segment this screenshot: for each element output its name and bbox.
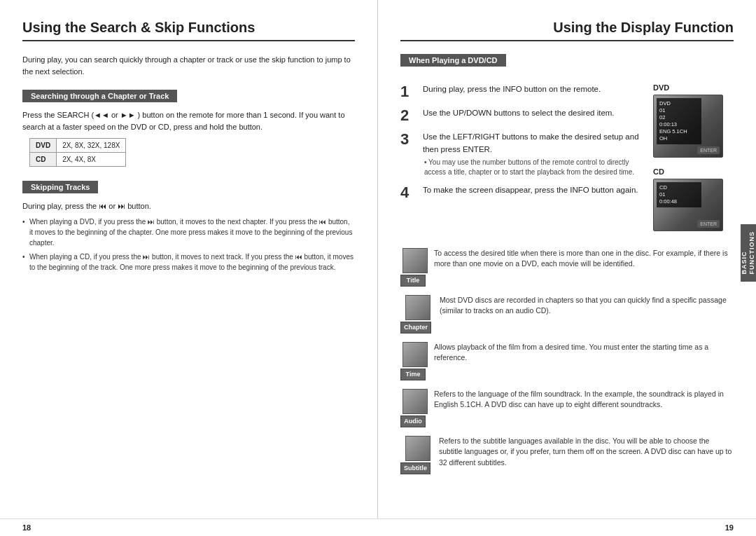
info-badge-audio: Audio (400, 415, 426, 427)
info-item-chapter: Chapter Most DVD discs are recorded in c… (400, 295, 734, 334)
cd-enter-btn: ENTER (697, 220, 720, 228)
info-item-audio: Audio Refers to the language of the film… (400, 389, 734, 427)
skip-section-body: During play, press the ⏮ or ⏭ button. Wh… (22, 200, 355, 273)
dvd-row-1: DVD (659, 100, 699, 106)
sidebar-label: BASICFUNCTIONS (741, 231, 756, 275)
step-3: 3 Use the LEFT/RIGHT buttons to make the… (400, 131, 648, 177)
dvd-row-2: 01 (659, 107, 699, 114)
info-badge-title: Title (400, 275, 426, 287)
info-badge-chapter: Chapter (400, 322, 431, 334)
left-page-title: Using the Search & Skip Functions (22, 20, 355, 41)
info-text-time: Allows playback of the film from a desir… (434, 342, 734, 363)
info-item-subtitle: Subtitle Refers to the subtitle language… (400, 436, 734, 474)
speed-table: DVD 2X, 8X, 32X, 128X CD 2X, 4X, 8X (29, 138, 126, 167)
dvd-label: DVD (653, 83, 734, 92)
right-page-title: Using the Display Function (400, 20, 734, 41)
step-text-4: To make the screen disappear, press the … (423, 184, 648, 196)
search-section-body: Press the SEARCH (◄◄ or ►► ) button on t… (22, 109, 355, 167)
step-number-1: 1 (400, 83, 420, 100)
step-text-2: Use the UP/DOWN buttons to select the de… (423, 107, 648, 119)
step-4: 4 To make the screen disappear, press th… (400, 184, 648, 201)
cd-row-3: 0:00:48 (659, 198, 699, 205)
dvd-row-4: 0:00:13 (659, 121, 699, 128)
search-section-header: Searching through a Chapter or Track (22, 90, 177, 102)
cd-row-2: 01 (659, 191, 699, 198)
cd-overlay: CD 01 0:00:48 (657, 182, 701, 207)
skip-section-header: Skipping Tracks (22, 181, 98, 193)
info-text-title: To access the desired title when there i… (434, 248, 734, 269)
display-images: DVD DVD 01 02 0:00:13 ENG 5.1CH OH ENTER… (653, 83, 734, 241)
sidebar-tab: BASICFUNCTIONS (741, 224, 756, 282)
step-number-2: 2 (400, 107, 420, 124)
step-number-4: 4 (400, 184, 420, 201)
info-items: Title To access the desired title when t… (400, 248, 734, 474)
step-number-3: 3 (400, 131, 420, 148)
left-page: Using the Search & Skip Functions During… (0, 0, 378, 518)
dvd-enter-btn: ENTER (697, 146, 720, 154)
step-1: 1 During play, press the INFO button on … (400, 83, 648, 100)
info-item-title: Title To access the desired title when t… (400, 248, 734, 287)
info-badge-subtitle: Subtitle (400, 462, 430, 474)
table-row: CD 2X, 4X, 8X (30, 153, 126, 167)
skip-bullet-2: When playing a CD, if you press the ⏭ bu… (22, 252, 355, 273)
when-playing-header: When Playing a DVD/CD (400, 54, 506, 67)
cd-label: CD (653, 167, 734, 176)
speed-table-dvd-value: 2X, 8X, 32X, 128X (57, 139, 126, 153)
dvd-row-5: ENG 5.1CH (659, 128, 699, 135)
speed-table-dvd-label: DVD (30, 139, 57, 153)
speed-table-cd-value: 2X, 4X, 8X (57, 153, 126, 167)
step-list: 1 During play, press the INFO button on … (400, 83, 648, 201)
dvd-overlay: DVD 01 02 0:00:13 ENG 5.1CH OH (657, 98, 701, 144)
step-3-subbullet: • You may use the number buttons of the … (423, 158, 648, 177)
step-2: 2 Use the UP/DOWN buttons to select the … (400, 107, 648, 124)
info-badge-time: Time (400, 369, 426, 380)
skip-bullet-1: When playing a DVD, if you press the ⏭ b… (22, 217, 355, 248)
dvd-row-6: OH (659, 135, 699, 142)
search-body-text: Press the SEARCH (◄◄ or ►► ) button on t… (22, 109, 355, 132)
page-number-left: 18 (22, 523, 31, 532)
search-section: Searching through a Chapter or Track Pre… (22, 90, 355, 167)
page-number-right: 19 (725, 523, 734, 532)
info-item-time: Time Allows playback of the film from a … (400, 342, 734, 380)
dvd-row-3: 02 (659, 114, 699, 121)
skip-body-text: During play, press the ⏮ or ⏭ button. (22, 200, 355, 212)
cd-row-1: CD (659, 184, 699, 191)
cd-display: CD 01 0:00:48 ENTER (653, 179, 723, 231)
info-text-audio: Refers to the language of the film sound… (434, 389, 734, 410)
info-text-subtitle: Refers to the subtitle languages availab… (439, 436, 734, 468)
step-text-1: During play, press the INFO button on th… (423, 83, 648, 95)
page-numbers: 18 19 (0, 518, 756, 536)
intro-text: During play, you can search quickly thro… (22, 54, 355, 77)
right-page: Using the Display Function When Playing … (378, 0, 756, 518)
info-text-chapter: Most DVD discs are recorded in chapters … (440, 295, 734, 316)
dvd-display: DVD 01 02 0:00:13 ENG 5.1CH OH ENTER (653, 95, 723, 158)
table-row: DVD 2X, 8X, 32X, 128X (30, 139, 126, 153)
speed-table-cd-label: CD (30, 153, 57, 167)
skip-section: Skipping Tracks During play, press the ⏮… (22, 181, 355, 273)
step-text-3: Use the LEFT/RIGHT buttons to make the d… (423, 132, 639, 153)
